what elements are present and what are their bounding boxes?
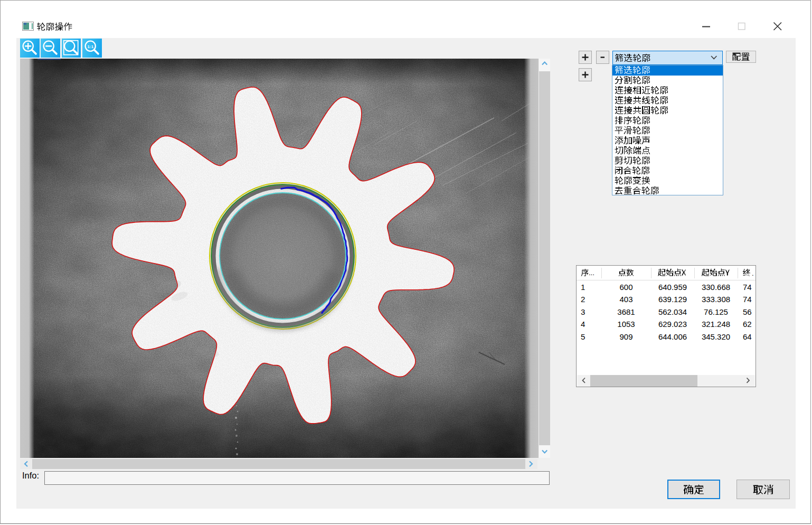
svg-text:330.668: 330.668 [702,283,730,292]
svg-text:74: 74 [743,283,752,292]
svg-text:345.320: 345.320 [702,332,730,341]
svg-text:76.125: 76.125 [704,307,728,316]
svg-text:5: 5 [581,332,585,341]
svg-text:3681: 3681 [617,307,635,316]
svg-text:...: ... [589,269,594,277]
svg-text:3: 3 [581,307,585,316]
svg-text:2: 2 [581,295,585,304]
svg-text:333.308: 333.308 [702,295,730,304]
svg-text:644.006: 644.006 [658,332,687,341]
svg-text:600: 600 [619,283,632,292]
svg-text:4: 4 [581,320,585,329]
svg-text:1:1: 1:1 [88,44,94,49]
svg-text:321.248: 321.248 [702,320,730,329]
svg-text:.: . [752,269,754,277]
svg-text:56: 56 [743,307,752,316]
svg-text:639.129: 639.129 [658,295,687,304]
svg-text:1: 1 [581,283,585,292]
svg-text:562.034: 562.034 [658,307,687,316]
svg-text:62: 62 [743,320,752,329]
svg-text:909: 909 [619,332,632,341]
svg-text:640.959: 640.959 [658,283,687,292]
svg-text:74: 74 [743,295,752,304]
svg-text:Info:: Info: [22,471,39,480]
svg-text:64: 64 [743,332,752,341]
svg-text:629.023: 629.023 [658,320,687,329]
svg-text:403: 403 [619,295,632,304]
svg-text:1053: 1053 [617,320,635,329]
